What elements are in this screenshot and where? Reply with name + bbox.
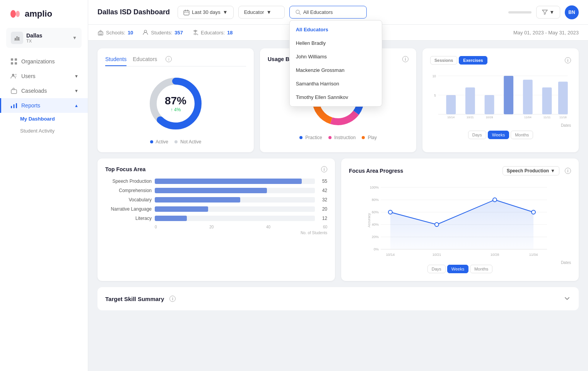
focus-bar-value-comprehension: 42 bbox=[318, 188, 327, 193]
tab-students[interactable]: Students bbox=[105, 56, 126, 66]
educators-dropdown[interactable]: All Educators All Educators Hellen Bradl… bbox=[289, 6, 367, 19]
educators-dropdown-menu: All Educators Hellen Bradly John William… bbox=[289, 20, 382, 107]
schools-value: 10 bbox=[128, 30, 133, 36]
svg-text:100%: 100% bbox=[370, 186, 379, 189]
focus-bar-row-literacy: Literacy 12 bbox=[105, 216, 327, 221]
educators-item-john[interactable]: John Williams bbox=[290, 50, 382, 63]
sidebar-sub-student-activity[interactable]: Student Activity bbox=[0, 125, 88, 137]
progress-title-text: Focus Area Progress bbox=[349, 168, 403, 174]
educators-item-mackenzie[interactable]: Mackenzie Grossman bbox=[290, 63, 382, 77]
grid-icon bbox=[10, 58, 17, 65]
focus-info-icon[interactable]: i bbox=[321, 166, 327, 172]
focus-bar-value-narrative: 20 bbox=[318, 206, 327, 212]
sidebar-sub-my-dashboard[interactable]: My Dashboard bbox=[0, 113, 88, 125]
top-focus-card: Top Focus Area i Speech Production 55 C bbox=[97, 158, 335, 281]
district-selector[interactable]: Dallas TX ▼ bbox=[6, 28, 82, 48]
svg-rect-39 bbox=[523, 80, 533, 114]
educator-filter-btn[interactable]: Educator ▼ bbox=[238, 6, 285, 19]
svg-text:10/28: 10/28 bbox=[486, 116, 493, 119]
focus-bar-track-comprehension bbox=[155, 188, 315, 193]
focus-progress-card: Focus Area Progress Speech Production ▼ … bbox=[341, 158, 579, 281]
focus-select-chevron-icon: ▼ bbox=[550, 168, 555, 174]
progress-toggle-days[interactable]: Days bbox=[427, 265, 446, 273]
focus-area-select[interactable]: Speech Production ▼ bbox=[503, 166, 559, 175]
logo-text: amplio bbox=[25, 9, 52, 19]
sidebar-item-organizations[interactable]: Organizations bbox=[0, 54, 88, 69]
donut-pct: 87% bbox=[165, 95, 186, 107]
educators-item-samantha[interactable]: Samantha Harrison bbox=[290, 77, 382, 90]
focus-bars: Speech Production 55 Comprehension 42 bbox=[105, 179, 327, 221]
date-filter-chevron-icon: ▼ bbox=[223, 9, 228, 15]
svg-text:10/14: 10/14 bbox=[447, 116, 455, 119]
svg-rect-8 bbox=[11, 62, 13, 65]
educators-item-all[interactable]: All Educators bbox=[290, 23, 382, 36]
focus-title-row: Top Focus Area i bbox=[105, 166, 327, 172]
date-filter-btn[interactable]: Last 30 days ▼ bbox=[178, 6, 234, 19]
svg-text:11/04: 11/04 bbox=[524, 116, 532, 119]
svg-point-20 bbox=[296, 10, 299, 14]
target-skill-chevron-down-icon[interactable] bbox=[563, 295, 571, 303]
focus-bar-label-vocabulary: Vocabulary bbox=[105, 197, 152, 203]
target-skill-title: Target Skill Summary i bbox=[105, 296, 176, 302]
focus-bar-value-vocabulary: 32 bbox=[318, 197, 327, 203]
svg-rect-12 bbox=[11, 90, 17, 94]
legend-practice: Practice bbox=[299, 135, 322, 140]
sidebar-item-reports-label: Reports bbox=[21, 102, 40, 109]
students-card-info-icon[interactable]: i bbox=[166, 56, 172, 62]
focus-bar-fill-narrative bbox=[155, 206, 208, 212]
educators-stat: Educators: 18 bbox=[192, 29, 233, 36]
filter-icon-btn[interactable]: ▼ bbox=[536, 6, 560, 19]
svg-rect-14 bbox=[14, 104, 15, 108]
donut-container: 87% ↑ 4% Active Not Ac bbox=[105, 73, 246, 145]
sidebar-item-caseloads[interactable]: Caseloads ▼ bbox=[0, 83, 88, 98]
x-axis-60: 60 bbox=[323, 225, 327, 229]
tab-exercises[interactable]: Exercises bbox=[459, 56, 487, 65]
svg-text:20%: 20% bbox=[372, 235, 379, 239]
progress-time-toggles: Days Weeks Months bbox=[349, 265, 571, 273]
svg-text:11/11: 11/11 bbox=[544, 116, 551, 119]
students-stat: Students: 357 bbox=[142, 29, 183, 36]
focus-bar-label-literacy: Literacy bbox=[105, 216, 152, 221]
usage-legend: Practice Instruction Play bbox=[299, 135, 377, 140]
sidebar-item-reports[interactable]: Reports ▲ bbox=[0, 98, 88, 113]
svg-point-0 bbox=[10, 10, 16, 18]
activity-toggle-months[interactable]: Months bbox=[511, 131, 533, 139]
funnel-icon bbox=[542, 9, 548, 15]
activity-toggle-days[interactable]: Days bbox=[468, 131, 486, 139]
educators-item-hellen[interactable]: Hellen Bradly bbox=[290, 36, 382, 50]
x-axis-40: 40 bbox=[266, 225, 270, 229]
target-skill-info-icon[interactable]: i bbox=[169, 296, 176, 302]
svg-text:11/18: 11/18 bbox=[559, 116, 567, 119]
svg-text:11/04: 11/04 bbox=[529, 253, 538, 257]
progress-chart-area: 100% 80% 60% 40% 20% 0% Accuracy bbox=[349, 182, 571, 265]
user-avatar-btn[interactable]: BN bbox=[565, 5, 579, 19]
sidebar-item-users[interactable]: Users ▼ bbox=[0, 69, 88, 83]
svg-point-23 bbox=[144, 30, 147, 32]
active-dot bbox=[150, 140, 153, 143]
svg-rect-6 bbox=[11, 58, 13, 61]
progress-x-axis-label: Dates bbox=[349, 260, 571, 265]
activity-info-icon[interactable]: i bbox=[565, 57, 571, 63]
educators-dropdown-btn[interactable]: All Educators bbox=[289, 6, 367, 19]
progress-info-icon[interactable]: i bbox=[565, 168, 571, 174]
progress-title-right: Speech Production ▼ i bbox=[503, 166, 571, 175]
svg-rect-7 bbox=[15, 58, 17, 61]
reports-chevron-icon: ▲ bbox=[74, 103, 79, 108]
legend-active: Active bbox=[150, 139, 168, 145]
sidebar-item-organizations-label: Organizations bbox=[21, 58, 55, 65]
focus-bar-row-speech: Speech Production 55 bbox=[105, 179, 327, 184]
students-educators-card: Students Educators i 87% bbox=[97, 48, 254, 152]
usage-info-icon[interactable]: i bbox=[402, 56, 409, 62]
educators-item-timothy[interactable]: Timothy Ellen Sannikov bbox=[290, 90, 382, 104]
stats-left: Schools: 10 Students: 357 Educators: 18 bbox=[97, 29, 233, 36]
activity-chart-area: 10 5 10 bbox=[430, 66, 571, 128]
progress-toggle-weeks[interactable]: Weeks bbox=[447, 265, 468, 273]
progress-toggle-months[interactable]: Months bbox=[470, 265, 492, 273]
focus-bar-fill-literacy bbox=[155, 216, 187, 221]
tab-educators[interactable]: Educators bbox=[133, 56, 157, 66]
tab-sessions[interactable]: Sessions bbox=[430, 56, 457, 65]
svg-text:10/28: 10/28 bbox=[491, 253, 499, 257]
activity-toggle-weeks[interactable]: Weeks bbox=[488, 131, 509, 139]
instruction-dot bbox=[328, 136, 332, 139]
svg-text:60%: 60% bbox=[372, 210, 379, 214]
